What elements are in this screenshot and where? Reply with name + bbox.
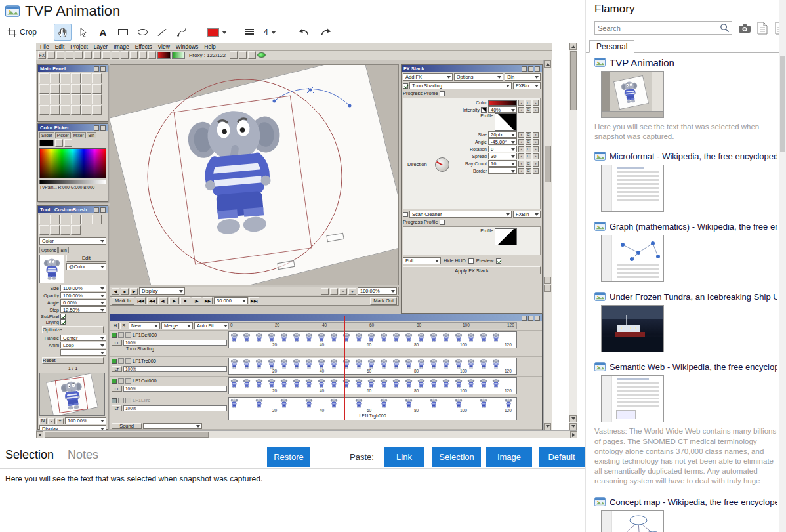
layer-visibility-icon[interactable] <box>118 358 124 364</box>
frame-thumbnail[interactable] <box>417 333 425 342</box>
hand-tool-button[interactable] <box>54 24 72 41</box>
tab-notes[interactable]: Notes <box>68 448 98 462</box>
menu-project[interactable]: Project <box>70 43 87 50</box>
fx-raycount-dropdown[interactable]: 16 <box>488 160 517 167</box>
current-key-button[interactable]: C <box>526 153 531 159</box>
layer-color-chip[interactable] <box>112 333 117 338</box>
brush-icon[interactable] <box>60 225 70 235</box>
solo-button[interactable]: S <box>120 323 127 329</box>
menu-windows[interactable]: Windows <box>176 43 198 50</box>
tvp-tool-icon[interactable] <box>39 94 49 104</box>
current-key-button[interactable]: C <box>526 107 531 113</box>
frame-thumbnail[interactable] <box>430 359 438 369</box>
next-key-button[interactable]: › <box>533 161 539 167</box>
mark-in-button[interactable]: Mark In <box>112 297 134 305</box>
tvp-toolbar-icon[interactable] <box>75 51 83 59</box>
frame-thumbnail[interactable] <box>430 333 438 342</box>
layer-opacity[interactable]: 100% <box>123 386 227 392</box>
timeline-ruler[interactable]: 020406080100120 <box>228 322 517 329</box>
toon-shading-dropdown[interactable]: Toon Shading <box>409 82 512 89</box>
next-key-button[interactable]: › <box>533 153 539 159</box>
frame-thumbnail[interactable] <box>355 379 363 388</box>
current-key-button[interactable]: C <box>526 168 531 174</box>
color-option-icon[interactable] <box>55 139 63 147</box>
fps-field[interactable]: 30.000 <box>214 297 248 304</box>
layer-visibility-icon[interactable] <box>118 332 124 338</box>
tvp-toolbar-icon[interactable] <box>239 51 247 59</box>
scroll-down-button[interactable] <box>544 423 551 430</box>
size-select[interactable]: 4 <box>260 24 279 41</box>
frame-thumbnail[interactable] <box>492 333 500 342</box>
list-item[interactable]: Under Frozen Tundra, an Icebreaking Ship… <box>594 291 780 352</box>
frame-thumbnail[interactable] <box>330 398 338 408</box>
prev-frame-button[interactable]: ◀| <box>158 297 168 304</box>
brush-icon[interactable] <box>39 215 49 224</box>
frame-thumbnail[interactable] <box>268 359 276 369</box>
frame-thumbnail[interactable] <box>230 359 238 369</box>
frame-thumbnail[interactable] <box>330 359 338 369</box>
playhead[interactable] <box>344 316 345 420</box>
drying-checkbox[interactable] <box>60 319 66 325</box>
list-item[interactable]: Semantic Web - Wikipedia, the free encyc… <box>594 361 780 487</box>
tvp-toolbar-icon[interactable] <box>121 51 129 59</box>
paste-link-button[interactable]: Link <box>384 447 424 467</box>
frame-thumbnail[interactable] <box>280 359 288 369</box>
handle-dropdown[interactable]: Center <box>60 335 106 341</box>
mark-out-button[interactable]: Mark Out <box>370 297 397 305</box>
frame-thumbnail[interactable] <box>305 359 313 369</box>
line-width-button[interactable] <box>241 24 258 41</box>
frame-thumbnail[interactable] <box>417 379 425 388</box>
layer-name[interactable]: LF1Col000 <box>133 378 157 384</box>
angle-dropdown[interactable]: 0.00% <box>60 299 106 306</box>
preview-vscrollbar[interactable] <box>569 43 577 430</box>
next-frame-button[interactable]: |▶ <box>192 297 201 304</box>
tvp-tool-icon[interactable] <box>92 73 102 83</box>
panel-close-button[interactable] <box>100 125 106 131</box>
frame-thumbnail[interactable] <box>380 359 388 369</box>
snapshot-thumbnail[interactable] <box>601 510 664 532</box>
next-key-button[interactable]: › <box>533 107 539 113</box>
intensity-dropdown[interactable]: 40% <box>488 106 517 113</box>
layer-color-chip[interactable] <box>112 398 117 403</box>
prev-key-button[interactable]: ‹ <box>518 146 524 152</box>
frame-thumbnail[interactable] <box>305 379 313 388</box>
color-palette[interactable] <box>39 148 106 178</box>
tvp-toolbar-icon[interactable] <box>66 51 73 59</box>
display-mode-dropdown[interactable]: Display <box>139 287 185 295</box>
frame-thumbnail[interactable] <box>367 333 375 342</box>
merge-dropdown[interactable]: Merge <box>161 322 193 329</box>
view-option-button[interactable] <box>321 288 329 295</box>
frame-thumbnail[interactable] <box>330 333 338 342</box>
optimize-button[interactable]: Optimize <box>42 326 104 333</box>
frame-thumbnail[interactable] <box>480 379 487 388</box>
frame-thumbnail[interactable] <box>318 379 325 388</box>
layer-visibility-icon[interactable] <box>118 398 124 403</box>
tvp-tool-icon[interactable] <box>92 105 102 115</box>
lt-button[interactable]: LT <box>112 405 122 411</box>
list-item[interactable]: TVP Animation Here you will see the text… <box>594 56 780 142</box>
ellipse-tool-button[interactable] <box>134 24 151 41</box>
tab-bin[interactable]: Bin <box>87 132 96 138</box>
fx-options-dropdown[interactable]: Options <box>454 73 504 81</box>
stop-button[interactable]: ■ <box>180 297 190 304</box>
layer-name[interactable]: LF1Trc000 <box>133 358 156 364</box>
frame-thumbnail[interactable] <box>430 398 438 408</box>
restore-button[interactable]: Restore <box>267 447 310 467</box>
layer-lock-icon[interactable] <box>125 398 131 403</box>
frame-thumbnail[interactable] <box>455 359 463 369</box>
panel-minimize-button[interactable] <box>522 316 527 321</box>
snapshot-thumbnail[interactable] <box>601 305 664 352</box>
tvp-toolbar-icon[interactable] <box>130 51 138 59</box>
tab-slider[interactable]: Slider <box>39 132 54 138</box>
frame-thumbnail[interactable] <box>280 333 288 342</box>
menu-edit[interactable]: Edit <box>55 43 65 50</box>
layer-opacity[interactable]: 100% <box>123 366 227 372</box>
frame-thumbnail[interactable] <box>442 359 450 369</box>
current-color-swatch[interactable] <box>39 140 54 146</box>
paste-default-button[interactable]: Default <box>539 447 585 467</box>
frame-thumbnail[interactable] <box>318 359 325 369</box>
frame-thumbnail[interactable] <box>405 359 413 369</box>
layer-name[interactable]: LF1LTrc <box>133 398 150 403</box>
frame-thumbnail[interactable] <box>367 359 375 369</box>
frame-thumbnail[interactable] <box>268 333 276 342</box>
